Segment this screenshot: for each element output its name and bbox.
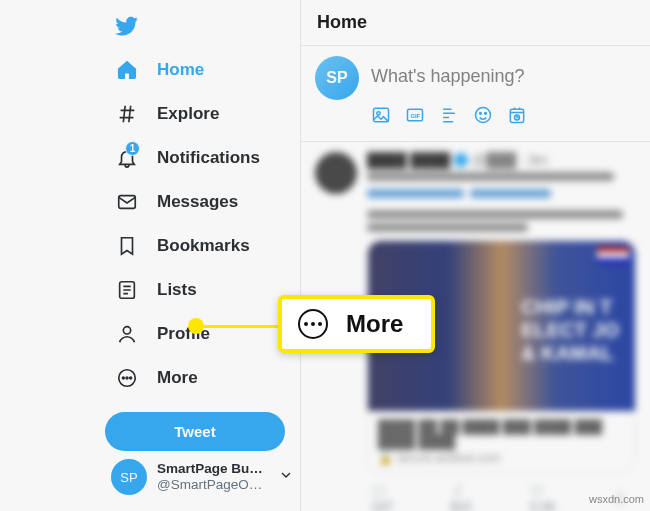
account-name: SmartPage Business... — [157, 461, 268, 477]
nav-label: Bookmarks — [157, 236, 250, 256]
hash-icon — [115, 102, 139, 126]
nav-more[interactable]: More — [105, 356, 300, 400]
nav-label: Notifications — [157, 148, 260, 168]
account-handle: @SmartPageOnline — [157, 477, 268, 493]
svg-point-5 — [126, 377, 128, 379]
avatar: SP — [111, 459, 147, 495]
tweet-header: ████ ████@███ · 3m — [367, 152, 636, 168]
svg-point-13 — [485, 113, 487, 115]
svg-point-12 — [480, 113, 482, 115]
svg-point-8 — [377, 112, 380, 115]
nav-lists[interactable]: Lists — [105, 268, 300, 312]
poll-icon[interactable] — [439, 105, 459, 129]
svg-point-4 — [122, 377, 124, 379]
schedule-icon[interactable] — [507, 105, 527, 129]
compose-box: SP GIF — [301, 46, 650, 142]
nav-bookmarks[interactable]: Bookmarks — [105, 224, 300, 268]
like-action[interactable]: 3.2K — [529, 482, 556, 511]
more-icon — [115, 366, 139, 390]
tweet-avatar — [315, 152, 357, 194]
nav-label: Lists — [157, 280, 197, 300]
bell-icon: 1 — [115, 146, 139, 170]
page-title: Home — [301, 0, 650, 46]
envelope-icon — [115, 190, 139, 214]
nav-label: Home — [157, 60, 204, 80]
link-card[interactable]: CHIP IN T ELECT JO & KAMAL ████ ██ ██ ██… — [367, 240, 636, 474]
nav-messages[interactable]: Messages — [105, 180, 300, 224]
sidebar: Home Explore 1 Notifications Messages — [0, 0, 300, 511]
nav-label: Messages — [157, 192, 238, 212]
twitter-logo[interactable] — [105, 8, 300, 48]
tweet-button[interactable]: Tweet — [105, 412, 285, 451]
watermark: wsxdn.com — [589, 493, 644, 505]
annotation-callout: More — [278, 295, 435, 353]
annotation-connector — [196, 325, 282, 328]
twitter-bird-icon — [115, 14, 139, 38]
retweet-action[interactable]: 622 — [450, 482, 473, 511]
nav-label: More — [157, 368, 198, 388]
nav-explore[interactable]: Explore — [105, 92, 300, 136]
svg-point-6 — [130, 377, 132, 379]
nav-notifications[interactable]: 1 Notifications — [105, 136, 300, 180]
verified-icon — [454, 153, 468, 167]
list-icon — [115, 278, 139, 302]
profile-icon — [115, 322, 139, 346]
home-icon — [115, 58, 139, 82]
callout-label: More — [346, 310, 403, 338]
account-text: SmartPage Business... @SmartPageOnline — [157, 461, 268, 493]
compose-input[interactable] — [371, 56, 636, 97]
reply-action[interactable]: 147 — [371, 482, 394, 511]
main-column: Home SP GIF ████ ████@███ · 3m — [300, 0, 650, 511]
more-circle-icon — [298, 309, 328, 339]
notification-badge: 1 — [125, 141, 140, 156]
bookmark-icon — [115, 234, 139, 258]
annotation-marker — [188, 318, 204, 334]
svg-point-11 — [476, 108, 491, 123]
compose-avatar: SP — [315, 56, 359, 100]
chevron-down-icon — [278, 467, 294, 487]
gif-icon[interactable]: GIF — [405, 105, 425, 129]
svg-text:GIF: GIF — [410, 113, 420, 119]
nav-home[interactable]: Home — [105, 48, 300, 92]
svg-point-2 — [123, 327, 130, 334]
account-switcher[interactable]: SP SmartPage Business... @SmartPageOnlin… — [105, 451, 300, 503]
emoji-icon[interactable] — [473, 105, 493, 129]
media-icon[interactable] — [371, 105, 391, 129]
nav-label: Explore — [157, 104, 219, 124]
nav-profile[interactable]: Profile — [105, 312, 300, 356]
